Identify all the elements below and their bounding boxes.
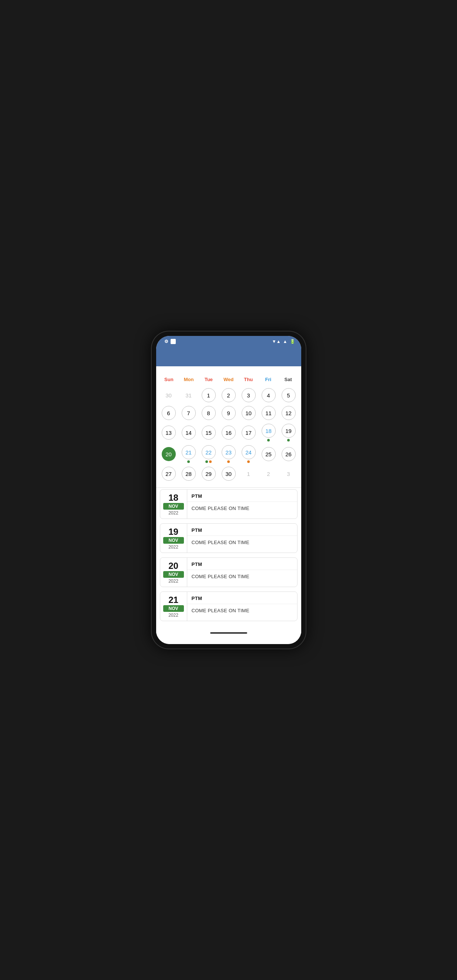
day-cell[interactable]: 10	[239, 404, 258, 422]
day-cell[interactable]: 24	[239, 444, 258, 465]
day-cell[interactable]: 11	[259, 404, 278, 422]
day-cell[interactable]: 19	[279, 422, 298, 443]
day-cell[interactable]: 13	[159, 422, 178, 443]
day-number: 16	[222, 426, 236, 440]
event-content-col: PTM COME PLEASE ON TIME	[187, 524, 297, 553]
day-cell[interactable]: 30	[159, 387, 178, 404]
day-cell[interactable]: 1	[199, 387, 218, 404]
event-description: COME PLEASE ON TIME	[192, 608, 249, 613]
event-desc-row: COME PLEASE ON TIME	[187, 502, 297, 514]
day-cell[interactable]: 3	[239, 387, 258, 404]
event-title-row: PTM	[187, 558, 297, 570]
day-cell[interactable]: 1	[239, 465, 258, 482]
event-title: PTM	[192, 562, 202, 567]
day-cell[interactable]: 8	[199, 404, 218, 422]
signal-icon: ▲	[283, 339, 287, 344]
day-cell[interactable]: 22	[199, 444, 218, 465]
event-card[interactable]: 19 NOV 2022 PTM COME PLEASE ON TIME	[160, 523, 298, 553]
day-cell[interactable]: 25	[259, 444, 278, 465]
day-number: 1	[242, 467, 256, 481]
day-cell[interactable]: 26	[279, 444, 298, 465]
day-cell[interactable]: 3	[279, 465, 298, 482]
event-card[interactable]: 21 NOV 2022 PTM COME PLEASE ON TIME	[160, 592, 298, 621]
event-title-row: PTM	[187, 490, 297, 502]
event-date-col: 19 NOV 2022	[160, 524, 187, 553]
day-number: 14	[182, 426, 196, 440]
day-number: 2	[262, 467, 276, 481]
event-year: 2022	[168, 612, 178, 618]
event-year: 2022	[168, 579, 178, 584]
day-cell[interactable]: 6	[159, 404, 178, 422]
gear-icon: ⚙	[164, 339, 168, 344]
day-number: 23	[222, 445, 236, 459]
orange-dot	[227, 460, 230, 463]
day-number: 27	[162, 467, 176, 481]
day-header-fri: Fri	[258, 375, 278, 384]
day-number: 12	[282, 406, 296, 420]
day-number: 8	[202, 406, 216, 420]
day-number: 9	[222, 406, 236, 420]
event-date-col: 20 NOV 2022	[160, 558, 187, 587]
day-cell[interactable]: 17	[239, 422, 258, 443]
day-number: 7	[182, 406, 196, 420]
event-date-col: 18 NOV 2022	[160, 490, 187, 519]
day-number: 3	[282, 467, 296, 481]
day-number: 3	[242, 388, 256, 402]
day-cell[interactable]: 27	[159, 465, 178, 482]
dot-row	[205, 460, 212, 463]
dot-row	[187, 460, 190, 463]
day-cell[interactable]: 21	[179, 444, 198, 465]
day-number: 18	[262, 424, 276, 438]
day-number: 11	[262, 406, 276, 420]
dot-row	[267, 439, 270, 441]
day-number: 30	[222, 467, 236, 481]
day-cell[interactable]: 7	[179, 404, 198, 422]
day-header-tue: Tue	[199, 375, 219, 384]
day-number: 26	[282, 447, 296, 461]
status-left: ⚙	[162, 339, 176, 344]
day-cell[interactable]: 31	[179, 387, 198, 404]
day-cell[interactable]: 14	[179, 422, 198, 443]
day-number: 21	[182, 445, 196, 459]
day-cell[interactable]: 23	[219, 444, 238, 465]
event-title: PTM	[192, 527, 202, 533]
day-cell[interactable]: 18	[259, 422, 278, 443]
day-header-sat: Sat	[278, 375, 298, 384]
day-cell[interactable]: 4	[259, 387, 278, 404]
day-cell[interactable]: 16	[219, 422, 238, 443]
phone-screen: ⚙ ▼▲ ▲ 🔋	[156, 336, 301, 644]
green-dot	[287, 439, 290, 441]
day-number: 15	[202, 426, 216, 440]
day-number: 31	[182, 388, 196, 402]
event-title: PTM	[192, 595, 202, 601]
day-number: 4	[262, 388, 276, 402]
calendar-grid: 3031123456789101112131415161718192021222…	[156, 385, 301, 486]
day-cell[interactable]: 15	[199, 422, 218, 443]
event-month-badge: NOV	[163, 571, 184, 578]
day-cell[interactable]: 20	[159, 444, 178, 465]
event-description: COME PLEASE ON TIME	[192, 539, 249, 545]
event-title-row: PTM	[187, 524, 297, 536]
day-number: 30	[162, 388, 176, 402]
day-cell[interactable]: 28	[179, 465, 198, 482]
day-number: 1	[202, 388, 216, 402]
event-description: COME PLEASE ON TIME	[192, 574, 249, 579]
event-card[interactable]: 20 NOV 2022 PTM COME PLEASE ON TIME	[160, 557, 298, 587]
day-number: 5	[282, 388, 296, 402]
status-right: ▼▲ ▲ 🔋	[272, 339, 295, 344]
day-cell[interactable]: 29	[199, 465, 218, 482]
day-cell[interactable]: 30	[219, 465, 238, 482]
square-icon	[171, 339, 176, 344]
day-number: 13	[162, 426, 176, 440]
wifi-icon: ▼▲	[272, 339, 281, 344]
day-cell[interactable]: 2	[219, 387, 238, 404]
event-desc-row: COME PLEASE ON TIME	[187, 570, 297, 582]
green-dot	[267, 439, 270, 441]
day-cell[interactable]: 12	[279, 404, 298, 422]
day-cell[interactable]: 9	[219, 404, 238, 422]
day-cell[interactable]: 5	[279, 387, 298, 404]
event-card[interactable]: 18 NOV 2022 PTM COME PLEASE ON TIME	[160, 489, 298, 519]
event-year: 2022	[168, 544, 178, 550]
battery-icon: 🔋	[290, 339, 295, 344]
day-cell[interactable]: 2	[259, 465, 278, 482]
